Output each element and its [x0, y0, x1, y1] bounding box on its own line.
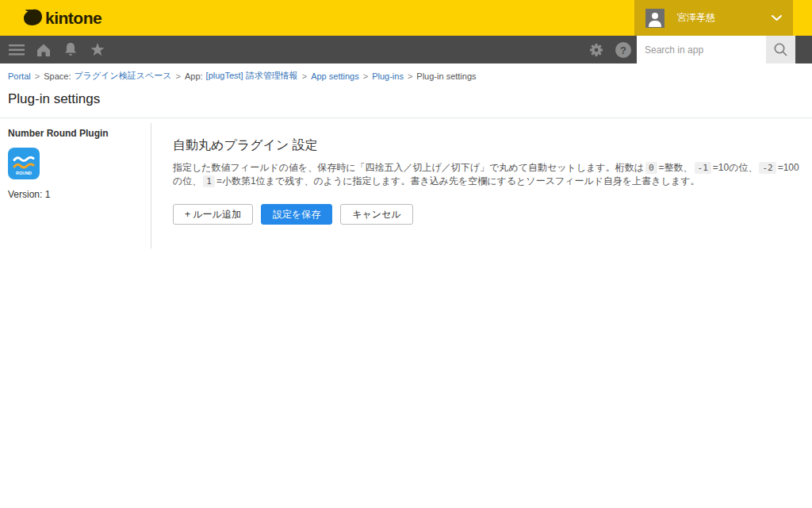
help-icon[interactable]: ?	[610, 36, 637, 64]
menu-icon[interactable]	[3, 36, 30, 64]
description-text: =整数、	[659, 162, 693, 173]
breadcrumb-separator: >	[302, 71, 307, 81]
save-settings-button[interactable]: 設定を保存	[261, 204, 332, 225]
plugin-settings-heading: 自動丸めプラグイン 設定	[173, 137, 801, 154]
digit-code-minus2: -2	[759, 162, 776, 174]
number-round-plugin-icon: ROUND	[8, 148, 40, 179]
breadcrumb-separator: >	[363, 71, 368, 81]
search-button[interactable]	[766, 36, 795, 64]
digit-code-minus1: -1	[695, 162, 711, 174]
toolbar-left-icons	[3, 36, 111, 64]
description-text: =小数第1位まで残す、のように指定します。書き込み先を空欄にするとソースフィール…	[216, 175, 700, 187]
breadcrumb: Portal > Space: プラグイン検証スペース > App: [plug…	[0, 64, 812, 84]
plugin-name: Number Round Plugin	[8, 128, 143, 139]
kintone-logo[interactable]: kintone	[22, 9, 102, 28]
svg-text:?: ?	[620, 44, 626, 56]
content-area: Number Round Plugin ROUND Version: 1 自動丸…	[0, 118, 812, 225]
notifications-icon[interactable]	[57, 36, 84, 64]
breadcrumb-separator: >	[408, 71, 412, 81]
user-name: 宮澤孝慈	[677, 11, 715, 25]
breadcrumb-separator: >	[35, 71, 40, 81]
breadcrumb-app-prefix: App:	[185, 71, 203, 81]
kintone-logo-text: kintone	[45, 9, 102, 28]
kintone-logo-mark-icon	[22, 9, 43, 28]
breadcrumb-space-link[interactable]: プラグイン検証スペース	[74, 70, 171, 82]
cancel-button[interactable]: キャンセル	[340, 204, 412, 225]
description-text: 指定した数値フィールドの値を、保存時に「四捨五入／切上げ／切下げ」で丸めて自動セ…	[173, 162, 644, 173]
sidebar-divider	[151, 123, 151, 248]
add-rule-button[interactable]: + ルール追加	[173, 204, 253, 225]
digit-code-0: 0	[645, 162, 657, 174]
user-menu[interactable]: 宮澤孝慈	[634, 0, 793, 36]
brand-header: kintone 宮澤孝慈	[0, 0, 812, 36]
plugin-description: 指定した数値フィールドの値を、保存時に「四捨五入／切上げ／切下げ」で丸めて自動セ…	[173, 161, 801, 188]
user-avatar-icon	[645, 9, 665, 28]
breadcrumb-app-settings[interactable]: App settings	[311, 71, 359, 81]
search-input[interactable]	[637, 36, 766, 64]
page-title: Plug-in settings	[0, 84, 812, 117]
settings-icon[interactable]	[583, 36, 610, 64]
svg-text:ROUND: ROUND	[16, 171, 32, 175]
breadcrumb-app-link[interactable]: [plugTest] 請求管理情報	[206, 70, 298, 82]
chevron-down-icon	[772, 15, 782, 21]
breadcrumb-current: Plug-in settings	[416, 71, 476, 81]
description-text: =10の位、	[713, 162, 758, 173]
digit-code-1: 1	[203, 175, 215, 187]
breadcrumb-space-prefix: Space:	[44, 71, 71, 81]
toolbar-right: ?	[583, 36, 795, 64]
search-icon	[773, 42, 788, 57]
settings-button-row: + ルール追加 設定を保存 キャンセル	[173, 204, 801, 225]
plugin-version: Version: 1	[8, 189, 143, 200]
breadcrumb-portal[interactable]: Portal	[8, 71, 31, 81]
home-icon[interactable]	[30, 36, 57, 64]
plugin-sidebar: Number Round Plugin ROUND Version: 1	[0, 118, 151, 225]
breadcrumb-separator: >	[176, 71, 181, 81]
toolbar: ?	[0, 36, 812, 64]
plugin-settings-main: 自動丸めプラグイン 設定 指定した数値フィールドの値を、保存時に「四捨五入／切上…	[151, 118, 812, 225]
favorites-icon[interactable]	[84, 36, 111, 64]
breadcrumb-plugins[interactable]: Plug-ins	[372, 71, 404, 81]
